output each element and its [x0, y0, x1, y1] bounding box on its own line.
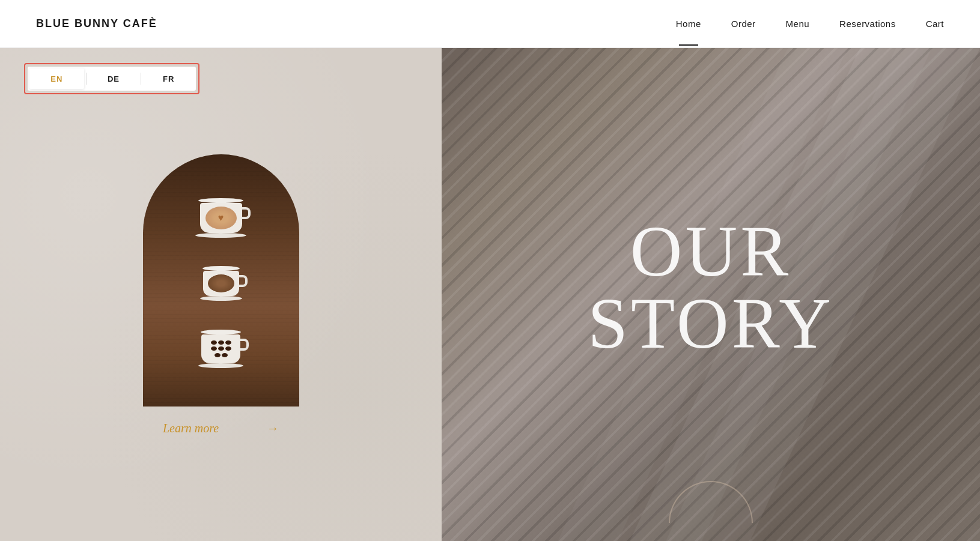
our-label: OUR: [588, 216, 834, 288]
lang-de-button[interactable]: DE: [87, 67, 141, 91]
coffee-cup-latte: ♥: [198, 198, 243, 238]
bean-4: [211, 346, 217, 351]
story-label: STORY: [588, 288, 834, 360]
coffee-arch-image: ♥: [143, 154, 299, 407]
latte-art: ♥: [205, 207, 237, 229]
learn-more-label[interactable]: Learn more: [163, 422, 219, 435]
cup-saucer-3: [198, 363, 243, 368]
bean-5: [218, 346, 224, 351]
nav-cart[interactable]: Cart: [926, 19, 944, 29]
nav: Home Order Menu Reservations Cart: [676, 19, 944, 29]
cup-rim-1: [198, 198, 243, 203]
bean-8: [222, 353, 228, 357]
nav-reservations[interactable]: Reservations: [839, 19, 896, 29]
header: BLUE BUNNY CAFÈ Home Order Menu Reservat…: [0, 0, 980, 48]
cup-handle-2: [239, 275, 248, 287]
cup-saucer-1: [195, 233, 246, 238]
espresso-surface: [208, 274, 234, 292]
lang-en-button[interactable]: EN: [29, 68, 84, 89]
story-text: OUR STORY: [588, 216, 834, 360]
logo: BLUE BUNNY CAFÈ: [36, 17, 157, 30]
left-panel: EN DE FR ♥: [0, 48, 442, 541]
cup-bowl-2: [203, 271, 239, 296]
cup-rim-3: [201, 330, 241, 334]
nav-order[interactable]: Order: [731, 19, 756, 29]
bean-2: [218, 340, 224, 345]
bean-6: [225, 346, 231, 351]
cup-handle-1: [242, 207, 251, 219]
learn-more-section: Learn more →: [163, 422, 279, 435]
cup-saucer-2: [200, 296, 242, 301]
bean-7: [215, 353, 221, 357]
learn-more-arrow[interactable]: →: [267, 422, 279, 435]
lang-fr-button[interactable]: FR: [141, 67, 196, 91]
cup-bowl-3: [201, 334, 240, 363]
language-switcher: EN DE FR: [28, 67, 196, 91]
nav-menu[interactable]: Menu: [786, 19, 810, 29]
bean-1: [211, 340, 217, 345]
main-content: EN DE FR ♥: [0, 48, 980, 541]
bean-3: [225, 340, 231, 345]
language-switcher-wrapper: EN DE FR: [24, 63, 199, 94]
cup-rim-2: [202, 266, 240, 271]
coffee-beans: [206, 338, 236, 359]
nav-home[interactable]: Home: [676, 19, 701, 29]
cup-bowl-1: ♥: [200, 203, 242, 233]
coffee-items: ♥: [143, 154, 299, 407]
coffee-cup-beans: [198, 330, 243, 368]
right-panel: OUR STORY: [442, 48, 980, 541]
coffee-cup-espresso: [200, 266, 242, 301]
cup-handle-3: [240, 339, 249, 351]
